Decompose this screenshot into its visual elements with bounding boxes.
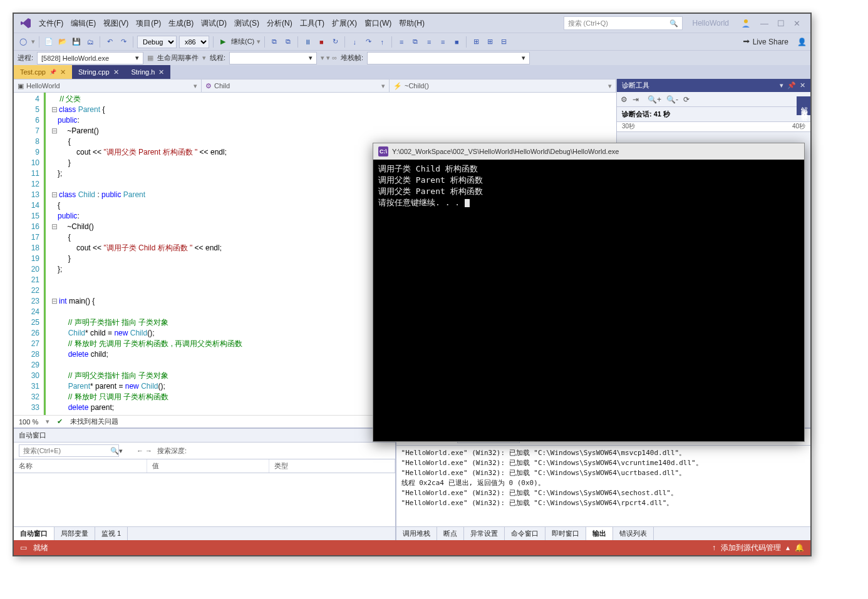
live-share-icon[interactable]: ⮕	[743, 38, 750, 46]
redo-icon[interactable]: ↷	[118, 36, 129, 48]
save-icon[interactable]: 💾	[71, 36, 82, 48]
nav-bar: ▣HelloWorld▾ ⚙Child▾ ⚡~Child()▾	[14, 79, 616, 93]
nav-scope-select[interactable]: ▣HelloWorld▾	[14, 79, 202, 92]
live-share-label[interactable]: Live Share	[753, 38, 788, 46]
restart-icon[interactable]: ↻	[329, 36, 341, 48]
output-tab[interactable]: 命令窗口	[505, 527, 545, 540]
open-icon[interactable]: 📂	[57, 36, 68, 48]
output-tab[interactable]: 即时窗口	[545, 527, 586, 540]
maximize-icon[interactable]: ☐	[777, 19, 785, 28]
scm-button[interactable]: 添加到源代码管理	[721, 543, 781, 553]
minimize-icon[interactable]: —	[760, 19, 768, 28]
feedback-icon[interactable]: 👤	[797, 38, 807, 46]
solution-explorer-tab[interactable]: 解决方案资源管	[797, 96, 810, 115]
output-tab[interactable]: 错误列表	[613, 527, 654, 540]
tool-h-icon[interactable]: ⊟	[498, 36, 509, 48]
diagnostics-title: 诊断工具 ▾📌✕	[617, 79, 810, 92]
output-tab[interactable]: 输出	[586, 527, 613, 540]
debug-process-bar: 进程: [5828] HelloWorld.exe▾ ▦ 生命周期事件▾ 线程:…	[14, 50, 810, 65]
pin-icon[interactable]: 📌	[787, 81, 796, 90]
zoom-level[interactable]: 100 %	[19, 418, 38, 426]
nav-member-select[interactable]: ⚡~Child()▾	[390, 79, 616, 92]
ide-statusbar: ▭ 就绪 ↑添加到源代码管理▴ 🔔	[14, 540, 810, 555]
zoom-in-icon[interactable]: 🔍+	[648, 95, 661, 104]
auto-columns: 名称 值 类型	[14, 459, 395, 473]
step-into-icon[interactable]: ↓	[349, 36, 360, 48]
thread-select[interactable]: ▾	[229, 52, 317, 64]
export-icon[interactable]: ⇥	[633, 95, 639, 104]
auto-pane-title: 自动窗口	[14, 429, 395, 443]
pause-icon[interactable]: ⏸	[302, 36, 313, 48]
tool-e-icon[interactable]: ■	[451, 36, 462, 48]
menu-item[interactable]: 测试(S)	[230, 16, 263, 30]
menu-item[interactable]: 视图(V)	[100, 16, 132, 30]
document-tab[interactable]: String.cpp✕	[72, 65, 125, 79]
menu-item[interactable]: 工具(T)	[296, 16, 328, 30]
pin-icon[interactable]: 📌	[49, 69, 56, 75]
step-over-icon[interactable]: ↷	[363, 36, 374, 48]
debug-tool2-icon[interactable]: ⧉	[282, 36, 294, 48]
undo-icon[interactable]: ↶	[104, 36, 115, 48]
account-icon[interactable]	[739, 16, 753, 30]
debug-tool-icon[interactable]: ⧉	[269, 36, 280, 48]
auto-tab[interactable]: 监视 1	[95, 527, 128, 540]
dropdown-icon[interactable]: ▾	[780, 81, 783, 90]
close-icon[interactable]: ✕	[793, 19, 800, 28]
document-tab[interactable]: Test.cpp📌✕	[14, 65, 72, 79]
output-tab[interactable]: 调用堆栈	[396, 527, 437, 540]
auto-tab[interactable]: 自动窗口	[14, 527, 54, 540]
platform-select[interactable]: x86	[179, 36, 209, 48]
console-window[interactable]: C:\ Y:\002_WorkSpace\002_VS\HelloWorld\H…	[373, 143, 805, 442]
output-tabs: 调用堆栈断点异常设置命令窗口即时窗口输出错误列表	[396, 526, 810, 540]
menu-item[interactable]: 窗口(W)	[361, 16, 395, 30]
search-icon: 🔍	[669, 19, 678, 28]
menu-item[interactable]: 文件(F)	[35, 16, 67, 30]
close-tab-icon[interactable]: ✕	[60, 68, 66, 76]
tool-f-icon[interactable]: ⊞	[470, 36, 482, 48]
document-tab[interactable]: String.h✕	[125, 65, 171, 79]
output-tab[interactable]: 异常设置	[464, 527, 505, 540]
menu-item[interactable]: 扩展(X)	[328, 16, 361, 30]
nav-back-icon[interactable]: ◯	[18, 36, 29, 48]
depth-label: 搜索深度:	[157, 446, 187, 456]
close-panel-icon[interactable]: ✕	[800, 81, 805, 90]
tool-c-icon[interactable]: ≡	[423, 36, 435, 48]
ok-icon: ✔	[57, 417, 63, 426]
close-tab-icon[interactable]: ✕	[113, 68, 119, 76]
zoom-out-icon[interactable]: 🔍-	[666, 95, 678, 104]
menu-item[interactable]: 生成(B)	[165, 16, 197, 30]
menu-item[interactable]: 调试(D)	[197, 16, 230, 30]
continue-icon[interactable]: ▶	[217, 36, 229, 48]
console-titlebar[interactable]: C:\ Y:\002_WorkSpace\002_VS\HelloWorld\H…	[373, 143, 804, 160]
stop-icon[interactable]: ■	[316, 36, 327, 48]
reset-zoom-icon[interactable]: ⟳	[683, 95, 690, 104]
gear-icon[interactable]: ⚙	[621, 95, 628, 104]
new-file-icon[interactable]: 📄	[43, 36, 54, 48]
stack-select[interactable]: ▾	[367, 52, 530, 64]
output-text[interactable]: "HelloWorld.exe" (Win32): 已加载 "C:\Window…	[396, 446, 810, 526]
auto-search-input[interactable]	[19, 444, 119, 457]
menu-item[interactable]: 编辑(E)	[67, 16, 100, 30]
step-out-icon[interactable]: ↑	[376, 36, 388, 48]
save-all-icon[interactable]: 🗂	[85, 36, 96, 48]
auto-tabs: 自动窗口局部变量监视 1	[14, 526, 395, 540]
tool-d-icon[interactable]: ≡	[437, 36, 448, 48]
tool-a-icon[interactable]: ≡	[396, 36, 407, 48]
window-icon: ▭	[20, 543, 27, 552]
tool-g-icon[interactable]: ⊞	[484, 36, 495, 48]
close-tab-icon[interactable]: ✕	[158, 68, 164, 76]
main-toolbar: ◯▾ 📄 📂 💾 🗂 ↶ ↷ Debug x86 ▶ 继续(C)▾ ⧉ ⧉ ⏸ …	[14, 33, 810, 50]
menu-item[interactable]: 项目(P)	[132, 16, 165, 30]
menu-item[interactable]: 分析(N)	[263, 16, 296, 30]
nav-class-select[interactable]: ⚙Child▾	[202, 79, 390, 92]
menu-item[interactable]: 帮助(H)	[395, 16, 428, 30]
auto-tab[interactable]: 局部变量	[54, 527, 95, 540]
diag-session-label: 诊断会话: 41 秒	[617, 107, 810, 122]
process-select[interactable]: [5828] HelloWorld.exe▾	[37, 52, 143, 64]
global-search-input[interactable]: 搜索 (Ctrl+Q)🔍	[564, 16, 683, 30]
output-tab[interactable]: 断点	[437, 527, 464, 540]
config-select[interactable]: Debug	[137, 36, 177, 48]
notifications-icon[interactable]: 🔔	[795, 543, 804, 552]
continue-label[interactable]: 继续(C)	[231, 37, 254, 46]
tool-b-icon[interactable]: ⧉	[410, 36, 421, 48]
